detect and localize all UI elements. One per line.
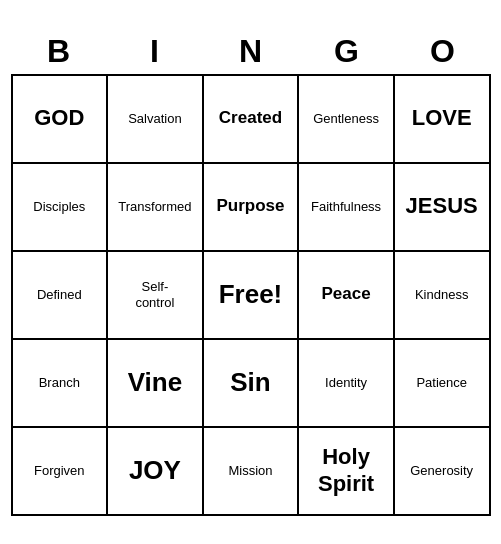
- header-letter: B: [11, 29, 107, 74]
- cell-text: Patience: [399, 375, 485, 391]
- cell-text: Self-control: [112, 279, 198, 310]
- cell-text: HolySpirit: [303, 444, 389, 497]
- cell-text: Kindness: [399, 287, 485, 303]
- bingo-cell: HolySpirit: [298, 427, 394, 515]
- header-letter: I: [107, 29, 203, 74]
- bingo-cell: Sin: [203, 339, 299, 427]
- bingo-cell: Purpose: [203, 163, 299, 251]
- cell-text: Free!: [208, 279, 294, 310]
- bingo-cell: Peace: [298, 251, 394, 339]
- cell-text: JOY: [112, 455, 198, 486]
- bingo-cell: Self-control: [107, 251, 203, 339]
- cell-text: Identity: [303, 375, 389, 391]
- cell-text: Gentleness: [303, 111, 389, 127]
- cell-text: Defined: [17, 287, 103, 303]
- bingo-cell: Vine: [107, 339, 203, 427]
- bingo-cell: GOD: [12, 75, 108, 163]
- bingo-cell: JESUS: [394, 163, 490, 251]
- cell-text: Generosity: [399, 463, 485, 479]
- bingo-cell: Free!: [203, 251, 299, 339]
- bingo-container: BINGO GODSalvationCreatedGentlenessLOVED…: [11, 29, 491, 516]
- table-row: DefinedSelf-controlFree!PeaceKindness: [12, 251, 490, 339]
- bingo-cell: LOVE: [394, 75, 490, 163]
- table-row: DisciplesTransformedPurposeFaithfulnessJ…: [12, 163, 490, 251]
- bingo-cell: Defined: [12, 251, 108, 339]
- cell-text: JESUS: [399, 193, 485, 219]
- bingo-cell: Transformed: [107, 163, 203, 251]
- header-letter: O: [395, 29, 491, 74]
- table-row: BranchVineSinIdentityPatience: [12, 339, 490, 427]
- bingo-cell: JOY: [107, 427, 203, 515]
- bingo-cell: Faithfulness: [298, 163, 394, 251]
- cell-text: Branch: [17, 375, 103, 391]
- bingo-header: BINGO: [11, 29, 491, 74]
- cell-text: Created: [208, 108, 294, 128]
- bingo-cell: Created: [203, 75, 299, 163]
- cell-text: Peace: [303, 284, 389, 304]
- bingo-cell: Disciples: [12, 163, 108, 251]
- bingo-cell: Gentleness: [298, 75, 394, 163]
- bingo-cell: Forgiven: [12, 427, 108, 515]
- bingo-cell: Mission: [203, 427, 299, 515]
- cell-text: Forgiven: [17, 463, 103, 479]
- cell-text: LOVE: [399, 105, 485, 131]
- cell-text: Faithfulness: [303, 199, 389, 215]
- cell-text: GOD: [17, 105, 103, 131]
- cell-text: Salvation: [112, 111, 198, 127]
- cell-text: Disciples: [17, 199, 103, 215]
- table-row: ForgivenJOYMissionHolySpiritGenerosity: [12, 427, 490, 515]
- header-letter: N: [203, 29, 299, 74]
- table-row: GODSalvationCreatedGentlenessLOVE: [12, 75, 490, 163]
- bingo-cell: Salvation: [107, 75, 203, 163]
- cell-text: Transformed: [112, 199, 198, 215]
- cell-text: Purpose: [208, 196, 294, 216]
- header-letter: G: [299, 29, 395, 74]
- cell-text: Sin: [208, 367, 294, 398]
- bingo-cell: Kindness: [394, 251, 490, 339]
- bingo-grid: GODSalvationCreatedGentlenessLOVEDiscipl…: [11, 74, 491, 516]
- bingo-cell: Identity: [298, 339, 394, 427]
- bingo-cell: Generosity: [394, 427, 490, 515]
- cell-text: Vine: [112, 367, 198, 398]
- cell-text: Mission: [208, 463, 294, 479]
- bingo-cell: Branch: [12, 339, 108, 427]
- bingo-cell: Patience: [394, 339, 490, 427]
